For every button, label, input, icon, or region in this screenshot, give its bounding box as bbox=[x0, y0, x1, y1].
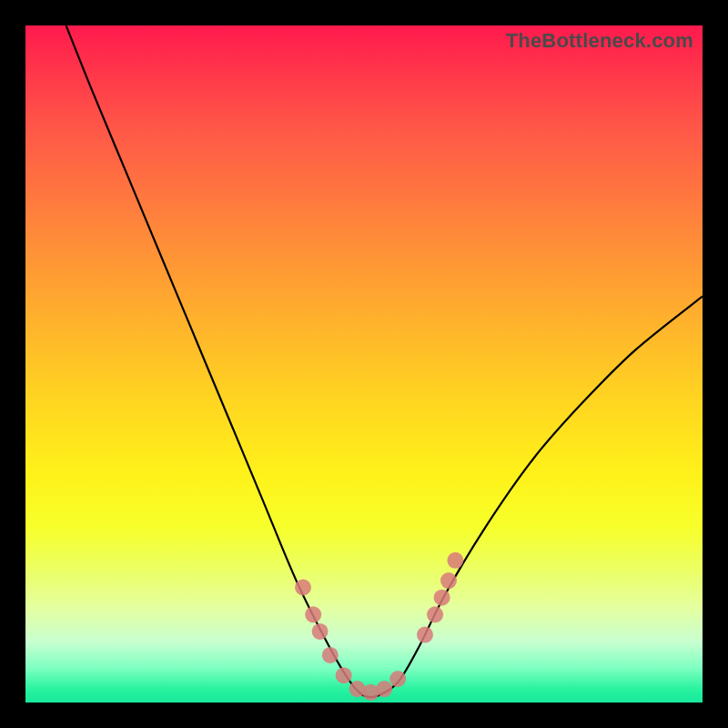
highlight-dots bbox=[295, 552, 463, 701]
highlight-dot bbox=[295, 580, 311, 596]
highlight-dot bbox=[305, 606, 321, 622]
highlight-dot bbox=[336, 667, 352, 683]
highlight-dot bbox=[376, 681, 392, 697]
curve-svg bbox=[25, 25, 703, 703]
highlight-dot bbox=[440, 572, 457, 589]
highlight-dot bbox=[417, 627, 433, 643]
chart-frame: TheBottleneck.com bbox=[0, 0, 728, 728]
plot-area: TheBottleneck.com bbox=[25, 25, 703, 703]
highlight-dot bbox=[447, 552, 463, 569]
highlight-dot bbox=[434, 590, 450, 606]
bottleneck-curve bbox=[66, 25, 703, 697]
highlight-dot bbox=[389, 671, 406, 687]
highlight-dot bbox=[322, 647, 339, 663]
highlight-dot bbox=[312, 623, 329, 640]
highlight-dot bbox=[427, 606, 443, 622]
